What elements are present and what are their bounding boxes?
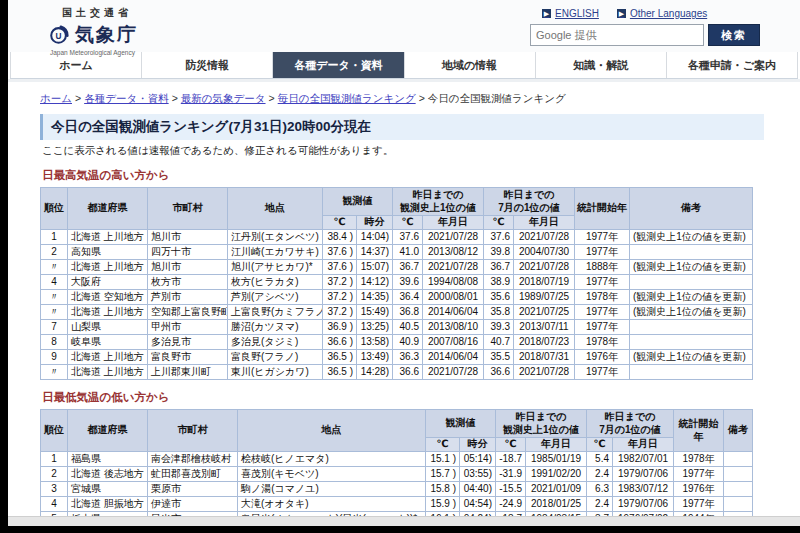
- breadcrumb-separator: >: [419, 92, 425, 104]
- cell-prefecture: 大阪府: [68, 275, 148, 290]
- site-search-input[interactable]: [530, 24, 704, 46]
- table-row: 1福島県南会津郡檜枝岐村桧枝岐(ヒノエマタ)15.1 )05:14)-18.71…: [41, 452, 753, 467]
- cell-station: 江丹別(エタンベツ): [228, 230, 323, 245]
- cell-temp: 36.9 ): [323, 320, 357, 335]
- cell-july-temp: 35.5: [484, 350, 514, 365]
- page: 国土交通省 U 気象庁 Japan Meteorological Agency …: [8, 0, 800, 516]
- cell-temp: 36.6 ): [323, 335, 357, 350]
- cell-july-date: 1979/07/06: [613, 467, 674, 482]
- cell-station: 東川(ヒガシカワ): [228, 365, 323, 380]
- cell-record-date: 2021/07/28: [423, 260, 484, 275]
- nav-item-regional-info[interactable]: 地域の情報: [404, 52, 535, 78]
- nav-item-disaster-info[interactable]: 防災情報: [141, 52, 272, 78]
- cell-remarks: [630, 365, 753, 380]
- nav-item-knowledge[interactable]: 知識・解説: [535, 52, 666, 78]
- cell-time: 14:04): [357, 230, 393, 245]
- subcol-celsius: ℃: [426, 438, 460, 452]
- cell-july-date: 2021/07/25: [514, 305, 575, 320]
- nav-item-data-resources[interactable]: 各種データ・資料: [272, 52, 403, 78]
- cell-start-year: 1978年: [575, 290, 630, 305]
- table-row: 2高知県四万十市江川崎(エカワサキ)37.6 )14:37)41.02013/0…: [41, 245, 753, 260]
- cell-station: 旭川(アサヒカワ)*: [228, 260, 323, 275]
- subcol-celsius: ℃: [496, 438, 526, 452]
- cell-municipality: 多治見市: [148, 335, 228, 350]
- cell-july-temp: 37.6: [484, 230, 514, 245]
- cell-july-date: 1983/07/12: [613, 482, 674, 497]
- cell-time: 13:58): [357, 335, 393, 350]
- cell-start-year: 1977年: [575, 305, 630, 320]
- cell-rank: 4: [41, 497, 68, 512]
- cell-record-temp: -15.5: [496, 482, 526, 497]
- cell-station: 桧枝岐(ヒノエマタ): [238, 452, 426, 467]
- breadcrumb-link-daily-ranking[interactable]: 毎日の全国観測値ランキング: [278, 92, 416, 104]
- cell-temp: 37.6 ): [323, 260, 357, 275]
- col-header-remarks: 備考: [630, 188, 753, 230]
- cell-station: 江川崎(エカワサキ): [228, 245, 323, 260]
- cell-prefecture: 北海道 上川地方: [68, 350, 148, 365]
- cell-station: 駒ノ湯(コマノユ): [238, 482, 426, 497]
- breadcrumb-link-data-resources[interactable]: 各種データ・資料: [84, 92, 169, 104]
- cell-prefecture: 北海道 空知地方: [68, 290, 148, 305]
- breadcrumb-link-home[interactable]: ホーム: [40, 92, 72, 104]
- jma-logo-icon: U: [48, 24, 70, 46]
- col-header-rank: 順位: [41, 188, 68, 230]
- cell-rank: 8: [41, 335, 68, 350]
- table-row: 9北海道 上川地方富良野市富良野(フラノ)36.5 )13:49)36.3201…: [41, 350, 753, 365]
- cell-july-temp: 5.4: [587, 452, 613, 467]
- cell-prefecture: 北海道 上川地方: [68, 365, 148, 380]
- nav-item-applications[interactable]: 各種申請・ご案内: [666, 52, 798, 78]
- brand: 国土交通省 U 気象庁 Japan Meteorological Agency: [48, 6, 138, 56]
- subcol-celsius: ℃: [587, 438, 613, 452]
- main-content: ホーム>各種データ・資料>最新の気象データ>毎日の全国観測値ランキング>今日の全…: [8, 82, 800, 516]
- cell-remarks: (観測史上1位の値を更新): [630, 260, 753, 275]
- cell-station: 大滝(オオタキ): [238, 497, 426, 512]
- cell-start-year: 1978年: [674, 452, 724, 467]
- cell-record-temp: 40.5: [393, 320, 423, 335]
- cell-time: 13:49): [357, 350, 393, 365]
- cell-time: 14:35): [357, 290, 393, 305]
- cell-record-date: 1991/02/20: [526, 467, 587, 482]
- cell-start-year: 1977年: [575, 320, 630, 335]
- col-header-start-year: 統計開始年: [575, 188, 630, 230]
- cell-record-temp: 36.8: [393, 305, 423, 320]
- subcol-date: 年月日: [613, 438, 674, 452]
- cell-record-date: 1994/08/08: [423, 275, 484, 290]
- table-row: 〃北海道 上川地方空知郡上富良野町上富良野(カミフラノ)37.2 )15:49)…: [41, 305, 753, 320]
- cell-temp: 15.7 ): [426, 467, 460, 482]
- col-header-observed: 観測値: [426, 410, 496, 438]
- english-link[interactable]: ▶ENGLISH: [542, 8, 599, 19]
- cell-prefecture: 北海道 上川地方: [68, 230, 148, 245]
- cell-municipality: 南会津郡檜枝岐村: [148, 452, 238, 467]
- cell-july-date: 2021/07/28: [514, 230, 575, 245]
- cell-prefecture: 北海道 胆振地方: [68, 497, 148, 512]
- search-button[interactable]: 検索: [708, 24, 760, 46]
- cell-municipality: 富良野市: [148, 350, 228, 365]
- agency-name-en: Japan Meteorological Agency: [50, 49, 138, 56]
- other-languages-link[interactable]: ▶Other Languages: [617, 8, 707, 19]
- svg-text:U: U: [56, 32, 62, 41]
- cell-record-temp: -18.7: [496, 452, 526, 467]
- col-header-record: 昨日までの 観測史上1位の値: [496, 410, 587, 438]
- cell-july-temp: 39.3: [484, 320, 514, 335]
- cell-rank: 〃: [41, 260, 68, 275]
- cell-july-temp: 36.6: [484, 365, 514, 380]
- cell-july-date: 2018/07/31: [514, 350, 575, 365]
- cell-temp: 37.2 ): [323, 290, 357, 305]
- table-row: 〃北海道 空知地方芦別市芦別(アシベツ)37.2 )14:35)36.42000…: [41, 290, 753, 305]
- cell-start-year: 1977年: [575, 365, 630, 380]
- subcol-date: 年月日: [423, 216, 484, 230]
- other-languages-link-icon: ▶: [617, 9, 626, 18]
- cell-municipality: 上川郡東川町: [148, 365, 228, 380]
- cell-record-temp: 36.7: [393, 260, 423, 275]
- cell-municipality: 空知郡上富良野町: [148, 305, 228, 320]
- cell-municipality: 四万十市: [148, 245, 228, 260]
- breadcrumb-link-latest-data[interactable]: 最新の気象データ: [181, 92, 266, 104]
- subcol-time: 時分: [357, 216, 393, 230]
- subcol-date: 年月日: [514, 216, 575, 230]
- table-row: 4大阪府枚方市枚方(ヒラカタ)37.2 )14:12)39.61994/08/0…: [41, 275, 753, 290]
- cell-time: 05:14): [460, 452, 496, 467]
- cell-time: 14:12): [357, 275, 393, 290]
- cell-start-year: 1977年: [674, 467, 724, 482]
- cell-remarks: [724, 497, 753, 512]
- cell-prefecture: 高知県: [68, 245, 148, 260]
